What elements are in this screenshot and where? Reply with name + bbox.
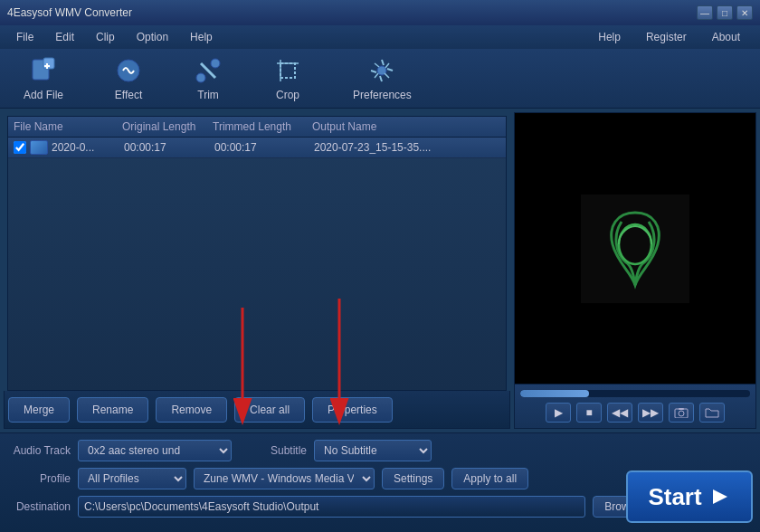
effect-icon	[114, 56, 143, 85]
col-header-original: Original Length	[122, 120, 213, 133]
forward-button[interactable]: ▶▶	[638, 403, 663, 423]
audio-track-row: Audio Track 0x2 aac stereo und Subtitle …	[7, 439, 753, 462]
subtitle-label: Subtitle	[257, 444, 307, 457]
row-trimmed: 00:00:17	[214, 141, 314, 154]
title-text: 4Easysof WMV Converter	[7, 6, 132, 19]
crop-icon	[273, 56, 302, 85]
screenshot-button[interactable]	[669, 403, 694, 423]
menu-option[interactable]: Option	[128, 28, 177, 46]
title-bar: 4Easysof WMV Converter — □ ✕	[0, 0, 760, 25]
profile-select[interactable]: All Profiles	[78, 468, 186, 489]
menu-bar: File Edit Clip Option Help Help Register…	[0, 25, 760, 49]
toolbar-crop[interactable]: Crop	[257, 51, 318, 107]
row-filename: 2020-0...	[52, 141, 124, 154]
minimize-button[interactable]: —	[697, 5, 713, 20]
destination-input[interactable]	[78, 496, 585, 518]
file-table-body[interactable]: 2020-0... 00:00:17 00:00:17 2020-07-23_1…	[8, 138, 506, 390]
row-checkbox[interactable]	[14, 141, 26, 154]
maximize-button[interactable]: □	[717, 5, 733, 20]
close-button[interactable]: ✕	[736, 5, 753, 20]
progress-bar-fill	[520, 390, 589, 397]
menu-left: File Edit Clip Option Help	[7, 28, 222, 46]
start-button[interactable]: Start	[626, 470, 753, 523]
toolbar-preferences[interactable]: Preferences	[337, 51, 428, 107]
bottom-bar: Audio Track 0x2 aac stereo und Subtitle …	[0, 432, 760, 532]
progress-bar[interactable]	[520, 390, 750, 397]
rename-button[interactable]: Rename	[77, 397, 148, 423]
table-row[interactable]: 2020-0... 00:00:17 00:00:17 2020-07-23_1…	[8, 138, 506, 158]
svg-point-7	[211, 59, 220, 68]
preview-controls: ▶ ■ ◀◀ ▶▶	[514, 385, 756, 429]
button-row: Merge Rename Remove Clear all Properties	[4, 391, 510, 429]
col-header-filename: File Name	[14, 120, 122, 133]
svg-point-15	[679, 411, 684, 416]
menu-clip[interactable]: Clip	[87, 28, 124, 46]
toolbar-effect[interactable]: Effect	[98, 51, 159, 107]
menu-help[interactable]: Help	[181, 28, 222, 46]
file-area: File Name Original Length Trimmed Length…	[7, 116, 507, 391]
file-table-header: File Name Original Length Trimmed Length…	[8, 117, 506, 138]
row-output: 2020-07-23_15-15-35....	[314, 141, 500, 154]
col-header-output: Output Name	[312, 120, 500, 133]
svg-rect-8	[280, 63, 295, 78]
menu-file[interactable]: File	[7, 28, 43, 46]
col-header-trimmed: Trimmed Length	[213, 120, 312, 133]
start-arrow-icon	[709, 486, 731, 508]
playback-controls: ▶ ■ ◀◀ ▶▶	[520, 403, 750, 423]
trim-icon	[194, 56, 223, 85]
svg-rect-1	[43, 58, 54, 69]
svg-rect-16	[679, 408, 684, 410]
file-type-icon	[30, 140, 48, 155]
svg-point-6	[196, 73, 205, 82]
play-button[interactable]: ▶	[546, 403, 571, 423]
format-select[interactable]: Zune WMV - Windows Media Video (*.w	[194, 468, 375, 489]
audio-track-select[interactable]: 0x2 aac stereo und	[78, 440, 232, 461]
menu-about[interactable]: About	[703, 28, 749, 46]
open-folder-preview-button[interactable]	[699, 403, 725, 423]
preview-video	[514, 112, 756, 385]
merge-button[interactable]: Merge	[8, 397, 70, 423]
profile-label: Profile	[7, 472, 71, 485]
rewind-button[interactable]: ◀◀	[607, 403, 632, 423]
toolbar-add-file[interactable]: Add File	[7, 51, 80, 107]
svg-marker-24	[713, 489, 727, 504]
preferences-icon	[367, 56, 396, 85]
menu-edit[interactable]: Edit	[46, 28, 83, 46]
add-file-icon	[29, 56, 58, 85]
menu-register[interactable]: Register	[637, 28, 696, 46]
settings-button[interactable]: Settings	[382, 468, 444, 489]
destination-label: Destination	[7, 500, 71, 513]
window-controls: — □ ✕	[697, 5, 753, 20]
audio-track-label: Audio Track	[7, 444, 71, 457]
clear-all-button[interactable]: Clear all	[234, 397, 305, 423]
apply-to-all-button[interactable]: Apply to all	[451, 468, 528, 489]
stop-button[interactable]: ■	[576, 403, 602, 423]
preview-logo	[581, 195, 689, 303]
properties-button[interactable]: Properties	[312, 397, 393, 423]
toolbar: Add File Effect Trim Crop	[0, 49, 760, 109]
menu-help-right[interactable]: Help	[589, 28, 630, 46]
preview-area: ▶ ■ ◀◀ ▶▶	[514, 112, 756, 429]
subtitle-select[interactable]: No Subtitle	[314, 440, 432, 461]
toolbar-trim[interactable]: Trim	[177, 51, 239, 107]
menu-right: Help Register About	[589, 28, 753, 46]
remove-button[interactable]: Remove	[156, 397, 227, 423]
row-original: 00:00:17	[124, 141, 214, 154]
